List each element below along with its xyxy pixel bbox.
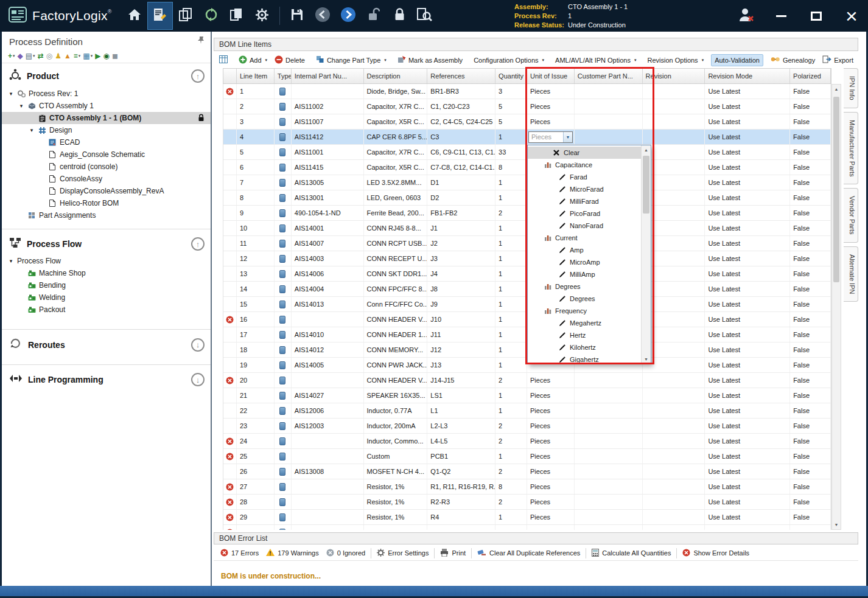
dropdown-item-kilohertz[interactable]: Kilohertz (528, 341, 641, 353)
dropdown-item-farad[interactable]: Farad (528, 171, 641, 183)
table-row-line-22[interactable]: 22AIS12006Inductor, 0.77AL11PiecesUse La… (223, 403, 831, 419)
audit-icon[interactable]: ▲ (64, 52, 71, 60)
side-tab-manufacturer-parts[interactable]: Manufacturer Parts (844, 112, 858, 185)
maximize-button[interactable] (806, 4, 827, 28)
product-section-header[interactable]: Product ↑ (2, 63, 211, 88)
table-row-line-2[interactable]: 2AIS11002Capacitor, X7R C...C1, C20-C235… (223, 99, 831, 114)
configuration-options-button[interactable]: Configuration Options▾ (470, 54, 548, 66)
process-documents-button[interactable] (173, 2, 198, 30)
expand-line-programming-icon[interactable]: ↓ (191, 373, 205, 386)
revision-options-button[interactable]: Revision Options▾ (643, 54, 707, 66)
aml-avl-alt-ipn-options-button[interactable]: AML/AVL/Alt IPN Options▾ (551, 54, 640, 66)
share-icon[interactable]: ◆ (18, 52, 23, 60)
tree-item-machine-shop[interactable]: Machine Shop (2, 267, 211, 279)
navigate-back-button[interactable] (310, 2, 335, 30)
tree-item-displayconsoleassembly-reva[interactable]: DisplayConsoleAssembly_RevA (2, 185, 211, 197)
tree-item-welding[interactable]: Welding (2, 291, 211, 304)
0-ignored-button[interactable]: 0 Ignored (323, 548, 369, 559)
scroll-down-icon[interactable]: ▼ (832, 520, 841, 529)
dropdown-item-milliamp[interactable]: MilliAmp (528, 268, 641, 280)
tree-item-helico-rotor-bom[interactable]: Helico-Rotor BOM (2, 197, 211, 209)
navigate-forward-button[interactable] (335, 2, 361, 30)
table-row-line-3[interactable]: 3AIS11007Capacitor, X5R C...C2, C4-C5, C… (223, 114, 831, 130)
dropdown-scroll-thumb[interactable] (643, 156, 649, 214)
table-row-line-21[interactable]: 21AIS14027SPEAKER 16X35...LS11PiecesUse … (223, 388, 831, 403)
table-row-line-29[interactable]: 29Resistor, 1%R41PiecesUse LatestFalse (223, 510, 831, 525)
tree-item-consoleassy[interactable]: ConsoleAssy (2, 173, 211, 185)
column-header-quantity[interactable]: Quantity (495, 69, 527, 83)
print-icon[interactable]: ▤▾ (26, 52, 35, 60)
delete-button[interactable]: Delete (271, 53, 309, 68)
dropdown-item-current[interactable]: Current (528, 232, 641, 244)
column-header-polarized[interactable]: Polarized (790, 69, 831, 83)
genealogy-button[interactable]: Genealogy (767, 53, 819, 67)
settings-button[interactable] (250, 2, 275, 30)
tree-item-cto-assembly-1-1-bom[interactable]: CTO Assembly 1 - 1 (BOM) (2, 112, 211, 124)
side-tab-vendor-parts[interactable]: Vendor Parts (844, 188, 858, 243)
dropdown-item-degrees[interactable]: Degrees (528, 293, 641, 305)
bom-editor-button[interactable] (147, 2, 173, 30)
start-icon[interactable]: ▶ (95, 52, 100, 60)
column-header-type[interactable]: Type (275, 69, 292, 83)
tree-item-aegis-console-schematic[interactable]: Aegis_Console Schematic (2, 148, 211, 161)
audit-search-button[interactable] (412, 2, 438, 30)
unit-of-issue-combobox[interactable]: Pieces▼ (528, 131, 573, 143)
dropdown-item-degrees[interactable]: Degrees (528, 280, 641, 293)
export-button[interactable]: Export (819, 53, 857, 67)
user-icon[interactable]: ♟ (55, 52, 61, 60)
calculate-all-quantities-button[interactable]: Calculate All Quantities (588, 548, 674, 559)
reroutes-section-header[interactable]: Reroutes ↓ (2, 332, 211, 356)
collapse-product-icon[interactable]: ↑ (191, 69, 205, 83)
table-row-line-28[interactable]: 28Resistor, 1%R2-R32PiecesUse LatestFals… (223, 495, 831, 510)
dropdown-scrollbar[interactable]: ▲ ▼ (641, 145, 651, 364)
collapse-process-flow-icon[interactable]: ↑ (191, 237, 205, 251)
dropdown-item-clear[interactable]: Clear (528, 147, 641, 159)
hierarchy-icon[interactable]: ≡▾ (74, 52, 81, 60)
17-errors-button[interactable]: 17 Errors (217, 548, 262, 559)
tree-item-ecad[interactable]: ECAD (2, 136, 211, 148)
save-button[interactable] (284, 2, 310, 30)
side-tab-ipn-info[interactable]: IPN Info (844, 68, 858, 108)
table-row-line-20[interactable]: 20CONN HEADER V...J14-J152PiecesUse Late… (223, 373, 831, 388)
dropdown-item-millifarad[interactable]: MilliFarad (528, 195, 641, 207)
copy-pages-button[interactable] (224, 2, 250, 30)
expander-icon[interactable]: ▾ (8, 258, 14, 264)
table-scrollbar[interactable]: ▲ ▼ (831, 84, 841, 530)
dropdown-scroll-up-icon[interactable]: ▲ (642, 145, 651, 155)
dropdown-item-picofarad[interactable]: PicoFarad (528, 207, 641, 220)
table-row-line-partial[interactable]: PiecesUse LatestFalse (223, 525, 831, 530)
clear-all-duplicate-references-button[interactable]: Clear All Duplicate References (474, 548, 584, 558)
show-error-details-button[interactable]: Show Error Details (679, 548, 753, 559)
tree-item-cto-assembly-1[interactable]: ▾CTO Assembly 1 (2, 100, 211, 112)
side-tab-alternate-ipn[interactable]: Alternate IPN (844, 246, 858, 302)
table-row-line-27[interactable]: 27Resistor, 1%R1, R11, R16-R19, R...8Pie… (223, 479, 831, 495)
table-row-line-4[interactable]: 4AIS11412CAP CER 6.8PF 5...C31Pieces▼Use… (223, 130, 831, 145)
table-row-line-23[interactable]: 23AIS12003Inductor, 200mAL2-L32PiecesUse… (223, 419, 831, 434)
minimize-button[interactable] (771, 4, 791, 28)
scroll-up-icon[interactable]: ▲ (832, 85, 841, 94)
column-header-customer-part-n[interactable]: Customer Part N... (575, 69, 643, 83)
expander-icon[interactable]: ▾ (8, 91, 14, 97)
table-row-line-25[interactable]: 25CustomPCB11PiecesUse LatestFalse (223, 449, 831, 464)
dropdown-item-microfarad[interactable]: MicroFarad (528, 183, 641, 195)
expander-icon[interactable]: ▾ (29, 127, 35, 133)
tree-item-centroid-console[interactable]: centroid (console) (2, 161, 211, 173)
record-icon[interactable]: ◉ (103, 52, 109, 60)
error-settings-button[interactable]: Error Settings (373, 548, 432, 559)
column-header-internal-part-nu[interactable]: Internal Part Nu... (292, 69, 364, 83)
dropdown-item-megahertz[interactable]: Megahertz (528, 317, 641, 329)
expand-reroutes-icon[interactable]: ↓ (191, 338, 205, 352)
tree-item-bending[interactable]: Bending (2, 279, 211, 291)
user-logout-button[interactable] (735, 4, 756, 28)
dropdown-item-hertz[interactable]: Hertz (528, 329, 641, 341)
dropdown-item-frequency[interactable]: Frequency (528, 305, 641, 317)
column-header-description[interactable]: Description (364, 69, 428, 83)
dropdown-item-capacitance[interactable]: Capacitance (528, 159, 641, 171)
add-icon[interactable]: +▾ (8, 52, 15, 60)
column-header-references[interactable]: References (427, 69, 495, 83)
179-warnings-button[interactable]: 179 Warnings (262, 548, 322, 558)
transfer-icon[interactable]: ⇄ (38, 52, 44, 60)
add-button[interactable]: Add▾ (235, 53, 271, 68)
dropdown-item-amp[interactable]: Amp (528, 244, 641, 256)
column-header-icon[interactable] (223, 69, 237, 83)
